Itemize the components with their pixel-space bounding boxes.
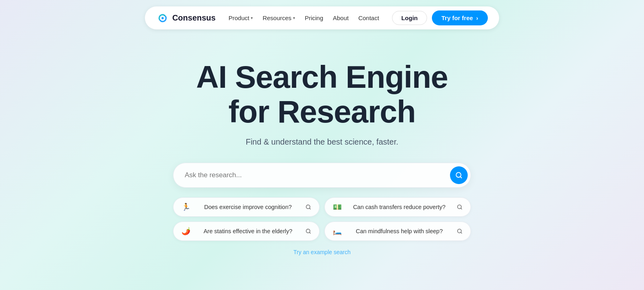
chip-cash-transfers[interactable]: 💵 Can cash transfers reduce poverty? [324,197,471,217]
svg-line-6 [461,208,462,209]
chip-exercise-search-icon [305,204,311,210]
svg-line-2 [460,176,461,178]
consensus-logo-icon [156,12,169,25]
nav-about[interactable]: About [333,14,349,21]
chip-mindfulness-icon: 🛏️ [333,227,342,236]
nav-actions: Login Try for free › [392,10,488,25]
nav-contact[interactable]: Contact [358,14,379,21]
hero-title: AI Search Engine for Research [196,60,448,129]
nav-pricing[interactable]: Pricing [305,14,323,21]
search-icon [455,172,462,179]
resources-chevron-icon: ▾ [293,16,295,20]
chip-exercise-icon: 🏃 [182,203,190,211]
nav-product[interactable]: Product ▾ [229,14,253,21]
logo[interactable]: Consensus [156,12,216,25]
chip-statins[interactable]: 🌶️ Are statins effective in the elderly? [173,222,320,241]
svg-line-8 [310,232,311,233]
logo-text: Consensus [172,13,216,23]
product-chevron-icon: ▾ [251,16,253,20]
svg-line-10 [461,232,462,233]
search-button[interactable] [450,166,468,184]
chip-mindfulness-search-icon [457,228,462,234]
hero-subtitle: Find & understand the best science, fast… [246,137,398,147]
chip-cash-search-icon [457,204,462,210]
try-example-link[interactable]: Try an example search [293,249,351,255]
chip-exercise[interactable]: 🏃 Does exercise improve cognition? [173,197,320,217]
chip-mindfulness[interactable]: 🛏️ Can mindfulness help with sleep? [324,222,471,241]
hero-section: AI Search Engine for Research Find & und… [0,36,644,255]
chip-cash-icon: 💵 [333,203,342,211]
search-input[interactable] [173,163,471,188]
svg-line-4 [310,208,311,209]
try-arrow-icon: › [476,14,478,21]
try-for-free-button[interactable]: Try for free › [432,10,488,25]
nav-links: Product ▾ Resources ▾ Pricing About Cont… [229,14,379,21]
navbar: Consensus Product ▾ Resources ▾ Pricing … [0,0,644,36]
chip-statins-search-icon [305,228,311,234]
login-button[interactable]: Login [392,11,427,25]
example-chips-grid: 🏃 Does exercise improve cognition? 💵 Can… [173,197,471,241]
chip-statins-icon: 🌶️ [182,227,190,236]
svg-point-0 [161,17,163,19]
nav-resources[interactable]: Resources ▾ [262,14,295,21]
search-bar-wrapper [173,163,471,188]
